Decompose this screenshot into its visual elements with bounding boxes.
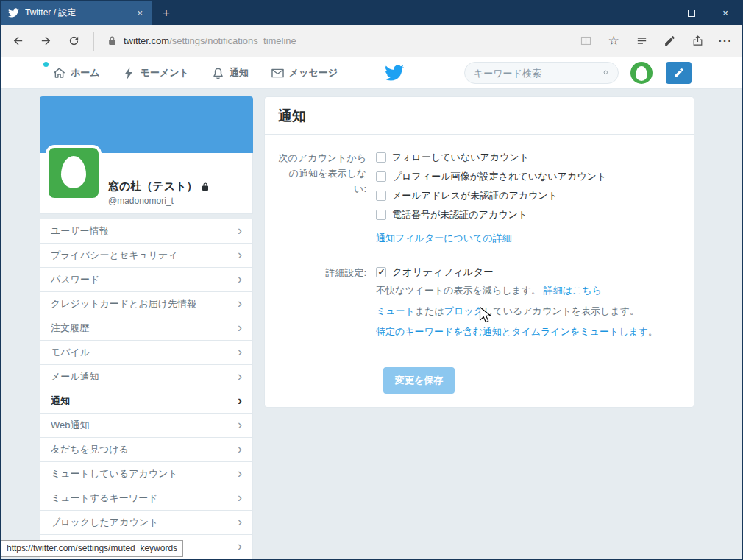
back-icon xyxy=(12,35,24,47)
nav-moments-label: モーメント xyxy=(141,66,189,79)
minimize-button[interactable]: − xyxy=(641,1,675,25)
nav-notifications[interactable]: 通知 xyxy=(211,66,249,80)
sidebar-item-muted-keywords[interactable]: ミュートするキーワード› xyxy=(40,486,253,511)
refresh-button[interactable] xyxy=(60,26,88,56)
browser-toolbar: twitter.com/settings/notifications_timel… xyxy=(1,25,742,57)
chevron-right-icon: › xyxy=(238,321,242,336)
quality-details-link[interactable]: 詳細はこちら xyxy=(544,285,602,296)
profile-info: 窓の杜（テスト） @madonomori_t xyxy=(40,153,253,214)
quality-filter-checkbox[interactable]: クオリティフィルター xyxy=(376,266,680,279)
checkbox-icon[interactable] xyxy=(376,267,386,277)
sidebar-item-blocked-accounts[interactable]: ブロックしたアカウント› xyxy=(40,510,253,535)
address-bar[interactable]: twitter.com/settings/notifications_timel… xyxy=(100,30,572,52)
twitter-favicon-icon xyxy=(8,7,19,18)
search-box[interactable] xyxy=(464,62,619,84)
url-text: twitter.com/settings/notifications_timel… xyxy=(124,35,296,46)
sidebar-item-mobile[interactable]: モバイル› xyxy=(40,340,253,365)
tab-close-icon[interactable]: × xyxy=(133,6,146,20)
lock-icon xyxy=(107,36,117,46)
lightning-icon xyxy=(122,66,136,80)
sidebar-item-privacy-security[interactable]: プライバシーとセキュリティ› xyxy=(40,243,253,268)
egg-avatar-icon xyxy=(636,66,647,81)
checkbox-icon[interactable] xyxy=(376,152,386,163)
web-note-button[interactable] xyxy=(655,26,683,56)
sidebar-item-payment[interactable]: クレジットカードとお届け先情報› xyxy=(40,291,253,316)
reading-view-button[interactable] xyxy=(572,26,600,56)
account-filter-label: 次のアカウントからの通知を表示しない: xyxy=(278,151,366,245)
more-button[interactable]: ··· xyxy=(711,26,739,56)
settings-menu: ユーザー情報› プライバシーとセキュリティ› パスワード› クレジットカードとお… xyxy=(40,219,253,559)
nav-moments[interactable]: モーメント xyxy=(122,66,189,80)
save-button[interactable]: 変更を保存 xyxy=(383,367,455,394)
profile-card: 窓の杜（テスト） @madonomori_t xyxy=(40,96,253,214)
profile-avatar[interactable] xyxy=(46,145,102,201)
sidebar-item-order-history[interactable]: 注文履歴› xyxy=(40,316,253,341)
sidebar-item-email-notifications[interactable]: メール通知› xyxy=(40,364,253,389)
search-input[interactable] xyxy=(474,68,603,79)
favorites-button[interactable]: ☆ xyxy=(600,26,628,56)
quality-filter-description: 不快なツイートの表示を減らします。 詳細はこちら xyxy=(376,285,680,297)
profile-name: 窓の杜（テスト） xyxy=(108,180,252,194)
sidebar-item-notifications[interactable]: 通知› xyxy=(40,389,253,414)
share-button[interactable] xyxy=(683,26,711,56)
egg-avatar-icon xyxy=(61,156,86,188)
toolbar-right: ☆ ··· xyxy=(572,26,739,56)
profile-avatar-button[interactable] xyxy=(630,62,653,84)
web-note-icon xyxy=(664,35,676,47)
share-icon xyxy=(692,35,704,47)
filter-no-avatar-checkbox[interactable]: プロフィール画像が設定されていないアカウント xyxy=(376,170,680,183)
checkbox-icon[interactable] xyxy=(376,191,386,201)
twitter-nav: ホーム モーメント 通知 メッセージ xyxy=(1,57,742,89)
sidebar-item-find-friends[interactable]: 友だちを見つける› xyxy=(40,437,253,462)
maximize-button[interactable] xyxy=(675,1,708,25)
nav-items: ホーム モーメント 通知 メッセージ xyxy=(52,66,338,80)
notifications-form: 次のアカウントからの通知を表示しない: フォローしていないアカウント プロフィー… xyxy=(265,135,694,407)
back-button[interactable] xyxy=(4,26,32,56)
chevron-right-icon: › xyxy=(238,515,242,531)
settings-sidebar: 窓の杜（テスト） @madonomori_t ユーザー情報› プライバシーとセキ… xyxy=(40,96,253,559)
toolbar-separator xyxy=(93,32,94,51)
notification-filter-details-link[interactable]: 通知フィルターについての詳細 xyxy=(376,232,512,245)
nav-notifications-label: 通知 xyxy=(230,66,249,79)
filter-unverified-phone-checkbox[interactable]: 電話番号が未認証のアカウント xyxy=(376,208,680,221)
star-icon: ☆ xyxy=(608,33,619,49)
chevron-right-icon: › xyxy=(238,224,242,239)
close-button[interactable]: × xyxy=(708,1,742,25)
new-tab-button[interactable]: + xyxy=(152,1,180,25)
nav-home-label: ホーム xyxy=(71,66,100,79)
chevron-right-icon: › xyxy=(238,442,242,458)
sidebar-item-web-notifications[interactable]: Web通知› xyxy=(40,413,253,438)
sidebar-item-muted-accounts[interactable]: ミュートしているアカウント› xyxy=(40,461,253,486)
muted-accounts-link[interactable]: ミュート xyxy=(376,305,415,316)
maximize-icon xyxy=(688,10,695,17)
compose-pen-icon xyxy=(673,67,685,79)
mute-block-line: ミュートまたはブロックしているアカウントを表示します。 xyxy=(376,305,680,318)
twitter-logo-icon[interactable] xyxy=(385,63,404,85)
chevron-right-icon: › xyxy=(238,248,242,263)
blocked-accounts-link[interactable]: ブロック xyxy=(444,305,483,316)
forward-button[interactable] xyxy=(32,26,60,56)
chevron-right-icon: › xyxy=(238,491,242,506)
status-url-tooltip: https://twitter.com/settings/muted_keywo… xyxy=(1,540,183,557)
nav-home[interactable]: ホーム xyxy=(52,66,100,80)
hub-button[interactable] xyxy=(628,26,655,56)
filter-no-follow-checkbox[interactable]: フォローしていないアカウント xyxy=(376,151,680,164)
checkbox-icon[interactable] xyxy=(376,210,386,220)
sidebar-item-user-info[interactable]: ユーザー情報› xyxy=(40,219,253,244)
chevron-right-icon: › xyxy=(238,297,242,312)
sidebar-item-password[interactable]: パスワード› xyxy=(40,267,253,292)
browser-tab[interactable]: Twitter / 設定 × xyxy=(1,1,152,25)
checkbox-icon[interactable] xyxy=(376,171,386,182)
compose-tweet-button[interactable] xyxy=(666,62,692,84)
profile-handle: @madonomori_t xyxy=(108,196,252,206)
filter-unverified-email-checkbox[interactable]: メールアドレスが未認証のアカウント xyxy=(376,189,680,202)
refresh-icon xyxy=(68,35,80,47)
browser-window: Twitter / 設定 × + − × twitter.com/setting… xyxy=(0,0,743,560)
muted-keywords-link[interactable]: 特定のキーワードを含む通知とタイムラインをミュートします xyxy=(376,326,648,337)
muted-keywords-line: 特定のキーワードを含む通知とタイムラインをミュートします。 xyxy=(376,326,680,339)
nav-messages[interactable]: メッセージ xyxy=(271,66,338,80)
page-title: 通知 xyxy=(265,97,694,135)
envelope-icon xyxy=(271,66,285,80)
reading-view-icon xyxy=(580,35,592,47)
chevron-right-icon: › xyxy=(238,369,242,385)
